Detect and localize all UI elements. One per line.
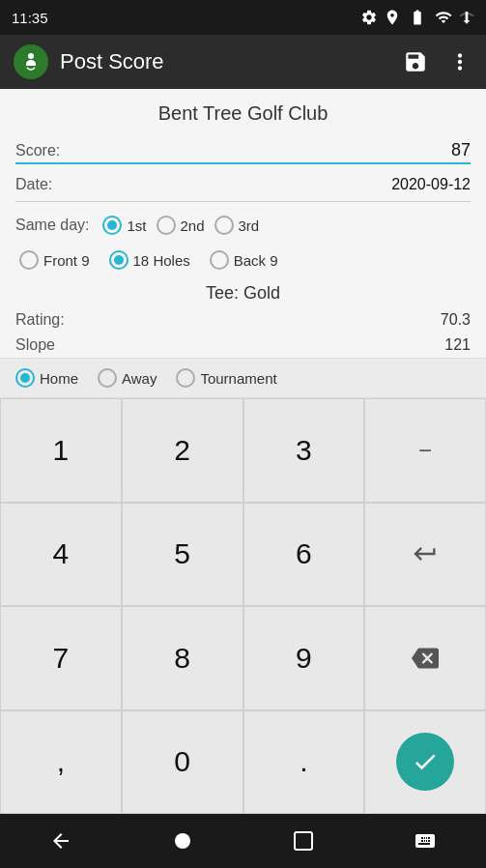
radio-circle-3rd [214, 216, 234, 235]
date-value[interactable]: 2020-09-12 [52, 176, 471, 193]
app-bar: Post Score [0, 35, 486, 89]
key-_[interactable]: , [0, 710, 122, 815]
save-icon[interactable] [403, 49, 428, 74]
key-4[interactable]: 4 [0, 503, 122, 607]
app-title: Post Score [60, 49, 403, 74]
club-name: Bent Tree Golf Club [0, 89, 486, 132]
radio-circle-18holes [109, 250, 129, 270]
rating-row: Rating: 70.3 [0, 307, 486, 333]
tee-info: Tee: Gold [0, 277, 486, 307]
more-options-icon[interactable] [447, 49, 472, 74]
key-1[interactable]: 1 [0, 398, 122, 503]
key-6[interactable]: 6 [243, 503, 365, 607]
radio-label-tournament: Tournament [200, 370, 276, 387]
radio-label-3rd: 3rd [239, 217, 260, 234]
nav-bar [0, 814, 486, 868]
status-icons [360, 9, 474, 26]
radio-3rd[interactable]: 3rd [214, 216, 260, 235]
radio-back9[interactable]: Back 9 [210, 250, 278, 270]
radio-circle-back9 [210, 250, 229, 270]
key-8[interactable]: 8 [122, 606, 243, 710]
nav-recents-icon[interactable] [292, 829, 315, 853]
main-content: Bent Tree Golf Club Score: 87 Date: 2020… [0, 89, 486, 814]
date-section: Date: 2020-09-12 [0, 168, 486, 208]
radio-label-1st: 1st [127, 217, 146, 234]
radio-18holes[interactable]: 18 Holes [109, 250, 190, 270]
key-_[interactable]: − [364, 398, 486, 503]
date-label: Date: [15, 176, 52, 193]
radio-2nd[interactable]: 2nd [157, 216, 205, 235]
key-9[interactable]: 9 [243, 606, 365, 710]
radio-tournament[interactable]: Tournament [176, 368, 276, 388]
nav-back-icon[interactable] [49, 829, 72, 853]
status-time: 11:35 [12, 10, 48, 26]
wifi-icon [434, 9, 453, 26]
key-_[interactable] [364, 606, 486, 710]
slope-label: Slope [15, 336, 444, 354]
radio-circle-2nd [157, 216, 176, 235]
date-row: Date: 2020-09-12 [15, 168, 471, 202]
radio-home[interactable]: Home [15, 368, 78, 388]
score-value[interactable]: 87 [68, 140, 471, 160]
score-section: Score: 87 [0, 132, 486, 168]
signal-icon [459, 9, 474, 26]
holes-group: Front 9 18 Holes Back 9 [15, 243, 471, 277]
key-0[interactable]: 0 [122, 710, 243, 815]
key-_[interactable]: . [243, 710, 365, 815]
settings-icon [360, 9, 378, 26]
rating-label: Rating: [15, 311, 441, 329]
app-logo [14, 44, 48, 79]
score-row: Score: 87 [15, 132, 471, 164]
radio-circle-1st [102, 216, 122, 235]
key-_[interactable] [364, 503, 486, 607]
holes-section: Front 9 18 Holes Back 9 [0, 243, 486, 277]
radio-circle-home [15, 368, 35, 388]
key-5[interactable]: 5 [122, 503, 243, 607]
radio-circle-away [98, 368, 117, 388]
status-bar: 11:35 [0, 0, 486, 35]
radio-label-2nd: 2nd [181, 217, 205, 234]
radio-front9[interactable]: Front 9 [19, 250, 90, 270]
radio-circle-tournament [176, 368, 195, 388]
app-bar-actions [403, 49, 472, 74]
nav-home-icon[interactable] [171, 829, 194, 853]
radio-away[interactable]: Away [98, 368, 157, 388]
svg-point-1 [175, 833, 190, 849]
rating-value: 70.3 [441, 311, 471, 329]
radio-label-18holes: 18 Holes [133, 252, 190, 269]
battery-icon [407, 9, 428, 26]
score-label: Score: [15, 142, 60, 159]
keypad: 123−456789,0. [0, 398, 486, 814]
nav-keyboard-icon[interactable] [414, 829, 437, 853]
key-2[interactable]: 2 [122, 398, 243, 503]
confirm-button[interactable] [396, 733, 454, 791]
location-group: Home Away Tournament [0, 358, 486, 398]
radio-label-back9: Back 9 [234, 252, 278, 269]
radio-1st[interactable]: 1st [102, 216, 146, 235]
radio-label-front9: Front 9 [43, 252, 90, 269]
radio-label-home: Home [40, 370, 78, 387]
same-day-section: Same day: 1st 2nd 3rd [0, 208, 486, 243]
radio-label-away: Away [122, 370, 157, 387]
svg-point-0 [28, 53, 34, 59]
svg-rect-2 [295, 832, 312, 850]
key-3[interactable]: 3 [243, 398, 365, 503]
same-day-group: Same day: 1st 2nd 3rd [15, 208, 471, 243]
radio-circle-front9 [19, 250, 39, 270]
same-day-label: Same day: [15, 217, 89, 234]
slope-value: 121 [444, 336, 471, 354]
key-7[interactable]: 7 [0, 606, 122, 710]
slope-row: Slope 121 [0, 333, 486, 358]
key-_[interactable] [364, 710, 486, 815]
location-icon [384, 9, 401, 26]
